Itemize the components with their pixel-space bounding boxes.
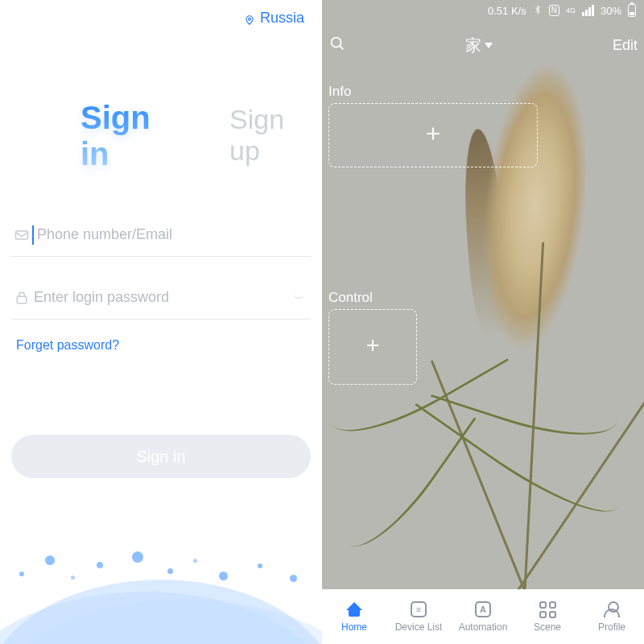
lte-icon: 4G: [566, 7, 576, 14]
login-input[interactable]: [35, 223, 311, 246]
tab-signin[interactable]: Sign in: [80, 100, 165, 172]
svg-rect-2: [17, 296, 27, 303]
password-field-row: [11, 276, 311, 320]
login-field-row: [11, 213, 311, 257]
info-section-label: Info: [328, 84, 351, 100]
signal-icon: [582, 5, 594, 16]
status-speed: 0.51 K/s: [488, 5, 526, 17]
add-info-card[interactable]: [328, 103, 538, 167]
plus-icon: [423, 123, 444, 147]
automation-icon: A: [474, 601, 492, 618]
nfc-icon: N: [549, 5, 559, 16]
profile-icon: [603, 601, 621, 618]
region-label: Russia: [260, 10, 304, 27]
top-bar: 家 Edit: [322, 27, 644, 63]
forgot-password-link[interactable]: Forget password?: [16, 338, 119, 353]
lock-icon: [11, 290, 32, 306]
bluetooth-icon: [533, 4, 543, 18]
nav-device-list[interactable]: ≡ Device List: [386, 589, 451, 644]
home-selector[interactable]: 家: [465, 35, 493, 56]
chevron-down-icon: [485, 43, 493, 48]
region-selector[interactable]: Russia: [244, 10, 304, 27]
mail-icon: [11, 227, 32, 243]
signin-button[interactable]: Sign in: [11, 435, 311, 478]
scene-icon: [539, 601, 556, 618]
plus-icon: [363, 336, 382, 358]
battery-icon: [628, 4, 636, 17]
nav-automation[interactable]: A Automation: [451, 589, 515, 644]
home-title: 家: [465, 35, 481, 56]
decorative-wave: [0, 547, 322, 644]
add-control-card[interactable]: [328, 309, 417, 385]
auth-tabs: Sign in Sign up: [0, 100, 322, 172]
login-form: [11, 213, 311, 320]
home-icon: [345, 601, 363, 618]
password-input[interactable]: [32, 286, 290, 309]
bottom-nav: Home ≡ Device List A Automation Scene Pr…: [322, 589, 644, 644]
status-bar: 0.51 K/s N 4G 30%: [322, 0, 644, 21]
nav-automation-label: Automation: [459, 621, 508, 633]
nav-profile[interactable]: Profile: [580, 589, 644, 644]
search-icon[interactable]: [328, 35, 346, 56]
edit-button[interactable]: Edit: [613, 37, 638, 54]
tab-signup[interactable]: Sign up: [229, 104, 303, 167]
device-list-icon: ≡: [410, 601, 427, 618]
nav-home[interactable]: Home: [322, 589, 386, 644]
control-section-label: Control: [328, 290, 373, 306]
signin-screen: Russia Sign in Sign up: [0, 0, 322, 644]
nav-scene[interactable]: Scene: [515, 589, 580, 644]
nav-scene-label: Scene: [534, 621, 561, 633]
home-dashboard-screen: 0.51 K/s N 4G 30% 家 Edit Info: [322, 0, 644, 644]
nav-device-list-label: Device List: [395, 621, 443, 633]
nav-home-label: Home: [341, 621, 367, 633]
location-pin-icon: [244, 13, 255, 24]
svg-point-0: [248, 18, 250, 20]
svg-point-3: [332, 38, 341, 47]
battery-pct: 30%: [601, 5, 621, 17]
svg-rect-1: [16, 231, 28, 239]
text-cursor: [32, 225, 34, 245]
nav-profile-label: Profile: [598, 621, 625, 633]
eye-closed-icon[interactable]: [290, 291, 311, 304]
